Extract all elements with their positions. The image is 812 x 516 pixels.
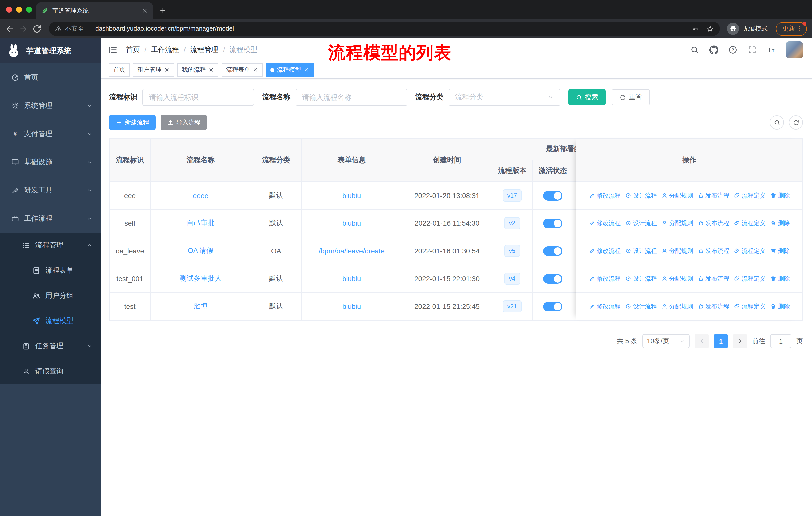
delete-link[interactable]: 删除 bbox=[770, 302, 790, 311]
create-process-button[interactable]: 新建流程 bbox=[109, 115, 155, 130]
sidebar-item-6[interactable]: 流程管理 bbox=[0, 233, 101, 258]
process-definition-link[interactable]: 流程定义 bbox=[734, 191, 766, 200]
breadcrumb-item[interactable]: 首页 bbox=[126, 45, 140, 54]
import-process-button[interactable]: 导入流程 bbox=[161, 115, 207, 130]
process-name-input[interactable] bbox=[295, 89, 407, 106]
sidebar-item-2[interactable]: 支付管理 bbox=[0, 120, 101, 148]
goto-page-input[interactable] bbox=[770, 334, 791, 348]
status-toggle[interactable] bbox=[543, 246, 562, 256]
sidebar-item-7[interactable]: 流程表单 bbox=[0, 258, 101, 283]
tags-view-tag[interactable]: 首页 bbox=[109, 63, 130, 76]
font-size-icon[interactable] bbox=[767, 45, 776, 54]
publish-process-link[interactable]: 发布流程 bbox=[698, 274, 729, 283]
form-info-link[interactable]: biubiu bbox=[342, 302, 361, 310]
design-process-link[interactable]: 设计流程 bbox=[625, 274, 657, 283]
edit-process-link[interactable]: 修改流程 bbox=[589, 219, 621, 227]
form-info-link[interactable]: biubiu bbox=[342, 191, 361, 199]
github-icon[interactable] bbox=[709, 45, 718, 54]
process-definition-link[interactable]: 流程定义 bbox=[734, 247, 766, 255]
update-button[interactable]: 更新 bbox=[776, 22, 807, 35]
process-definition-link[interactable]: 流程定义 bbox=[734, 302, 766, 311]
sidebar-item-10[interactable]: 任务管理 bbox=[0, 333, 101, 359]
collapse-sidebar-icon[interactable] bbox=[108, 45, 118, 55]
fullscreen-icon[interactable] bbox=[748, 45, 757, 54]
status-toggle[interactable] bbox=[543, 218, 562, 228]
toggle-search-button[interactable] bbox=[770, 115, 784, 130]
edit-process-link[interactable]: 修改流程 bbox=[589, 302, 621, 311]
edit-process-link[interactable]: 修改流程 bbox=[589, 247, 621, 255]
tab-close-icon[interactable] bbox=[141, 7, 148, 14]
design-process-link[interactable]: 设计流程 bbox=[625, 219, 657, 227]
process-name-link[interactable]: 测试多审批人 bbox=[179, 274, 222, 283]
delete-link[interactable]: 删除 bbox=[770, 219, 790, 227]
close-tag-icon[interactable] bbox=[208, 67, 214, 73]
status-toggle[interactable] bbox=[543, 274, 562, 283]
sidebar-item-1[interactable]: 系统管理 bbox=[0, 92, 101, 120]
close-window-button[interactable] bbox=[6, 6, 12, 12]
tags-view-tag[interactable]: 流程模型 bbox=[266, 63, 314, 76]
design-process-link[interactable]: 设计流程 bbox=[625, 302, 657, 311]
bookmark-star-icon[interactable] bbox=[706, 25, 714, 32]
refresh-table-button[interactable] bbox=[789, 115, 803, 130]
process-key-input[interactable] bbox=[142, 89, 254, 106]
delete-link[interactable]: 删除 bbox=[770, 191, 790, 200]
assign-rule-link[interactable]: 分配规则 bbox=[662, 219, 693, 227]
search-button[interactable]: 搜索 bbox=[568, 89, 606, 105]
close-tag-icon[interactable] bbox=[164, 67, 170, 73]
reload-icon[interactable] bbox=[32, 24, 42, 33]
address-bar[interactable]: 不安全 dashboard.yudao.iocoder.cn/bpm/manag… bbox=[49, 22, 720, 36]
page-size-select[interactable]: 10条/页 bbox=[642, 334, 690, 348]
close-tag-icon[interactable] bbox=[253, 67, 258, 73]
process-name-link[interactable]: eeee bbox=[193, 191, 208, 199]
browser-tab[interactable]: 芋道管理系统 bbox=[36, 2, 153, 19]
sidebar-item-3[interactable]: 基础设施 bbox=[0, 148, 101, 176]
close-tag-icon[interactable] bbox=[303, 67, 309, 73]
publish-process-link[interactable]: 发布流程 bbox=[698, 247, 729, 255]
back-icon[interactable] bbox=[5, 24, 14, 33]
process-name-link[interactable]: 滔博 bbox=[194, 302, 208, 311]
process-name-link[interactable]: OA 请假 bbox=[188, 246, 214, 255]
publish-process-link[interactable]: 发布流程 bbox=[698, 191, 729, 200]
sidebar-item-4[interactable]: 研发工具 bbox=[0, 176, 101, 205]
help-icon[interactable] bbox=[728, 45, 737, 54]
assign-rule-link[interactable]: 分配规则 bbox=[662, 191, 693, 200]
tags-view-tag[interactable]: 租户管理 bbox=[133, 63, 174, 76]
assign-rule-link[interactable]: 分配规则 bbox=[662, 302, 693, 311]
minimize-window-button[interactable] bbox=[16, 6, 22, 12]
new-tab-button[interactable] bbox=[159, 6, 167, 14]
process-definition-link[interactable]: 流程定义 bbox=[734, 274, 766, 283]
tags-view-tag[interactable]: 流程表单 bbox=[222, 63, 263, 76]
reset-button[interactable]: 重置 bbox=[612, 89, 650, 105]
zoom-window-button[interactable] bbox=[26, 6, 32, 12]
status-toggle[interactable] bbox=[543, 302, 562, 311]
process-name-link[interactable]: 自己审批 bbox=[186, 219, 215, 228]
sidebar-item-9[interactable]: 流程模型 bbox=[0, 308, 101, 333]
browser-menu-icon[interactable] bbox=[796, 25, 804, 32]
tags-view-tag[interactable]: 我的流程 bbox=[177, 63, 219, 76]
edit-process-link[interactable]: 修改流程 bbox=[589, 191, 621, 200]
category-select[interactable]: 流程分类 bbox=[448, 89, 560, 106]
sidebar-item-8[interactable]: 用户分组 bbox=[0, 283, 101, 308]
sidebar-item-11[interactable]: 请假查询 bbox=[0, 359, 101, 384]
form-info-link[interactable]: /bpm/oa/leave/create bbox=[319, 247, 385, 255]
sidebar-item-0[interactable]: 首页 bbox=[0, 63, 101, 92]
publish-process-link[interactable]: 发布流程 bbox=[698, 219, 729, 227]
assign-rule-link[interactable]: 分配规则 bbox=[662, 274, 693, 283]
assign-rule-link[interactable]: 分配规则 bbox=[662, 247, 693, 255]
breadcrumb-item[interactable]: 工作流程 bbox=[151, 45, 179, 54]
search-icon[interactable] bbox=[690, 45, 699, 54]
next-page-button[interactable] bbox=[733, 334, 747, 348]
password-key-icon[interactable] bbox=[692, 25, 699, 32]
form-info-link[interactable]: biubiu bbox=[342, 275, 361, 283]
user-avatar[interactable] bbox=[786, 41, 803, 58]
delete-link[interactable]: 删除 bbox=[770, 274, 790, 283]
process-definition-link[interactable]: 流程定义 bbox=[734, 219, 766, 227]
current-page-button[interactable]: 1 bbox=[714, 334, 728, 348]
design-process-link[interactable]: 设计流程 bbox=[625, 247, 657, 255]
edit-process-link[interactable]: 修改流程 bbox=[589, 274, 621, 283]
sidebar-item-5[interactable]: 工作流程 bbox=[0, 205, 101, 233]
delete-link[interactable]: 删除 bbox=[770, 247, 790, 255]
prev-page-button[interactable] bbox=[695, 334, 709, 348]
publish-process-link[interactable]: 发布流程 bbox=[698, 302, 729, 311]
form-info-link[interactable]: biubiu bbox=[342, 219, 361, 227]
